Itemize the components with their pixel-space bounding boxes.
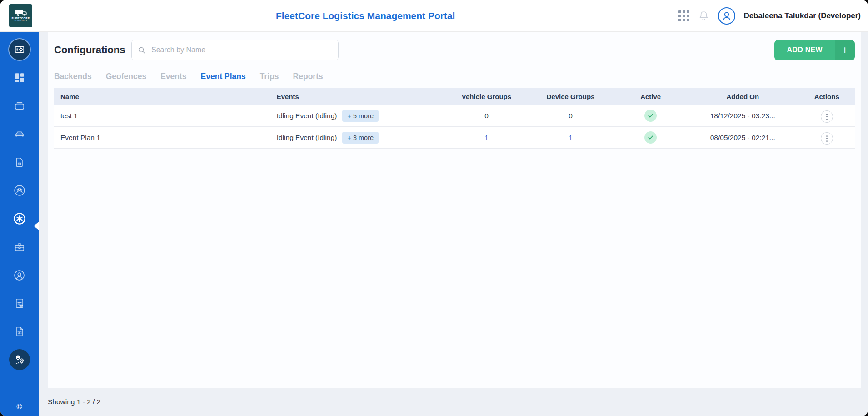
active-status xyxy=(614,131,687,144)
more-events-badge[interactable]: + 3 more xyxy=(342,132,379,144)
sidebar-item-vehicles[interactable] xyxy=(0,120,39,148)
copyright-icon: © xyxy=(16,402,22,411)
tab-reports[interactable]: Reports xyxy=(293,72,323,81)
add-new-button[interactable]: ADD NEW + xyxy=(774,40,855,60)
notifications-bell-icon[interactable] xyxy=(698,10,710,22)
row-actions xyxy=(799,130,855,145)
row-menu-icon[interactable] xyxy=(821,110,833,123)
sidebar-item-sim-cards[interactable] xyxy=(0,148,39,176)
sidebar-item-activity-logs[interactable] xyxy=(0,289,39,317)
sidebar-item-devices[interactable] xyxy=(0,92,39,120)
row-menu-icon[interactable] xyxy=(821,132,833,145)
page-title: Configurations xyxy=(54,44,125,56)
tab-events[interactable]: Events xyxy=(160,72,186,81)
col-header-actions: Actions xyxy=(799,93,855,100)
event-plans-table: Name Events Vehicle Groups Device Groups… xyxy=(54,88,855,149)
search-box xyxy=(131,40,339,60)
col-header-events: Events xyxy=(270,93,447,100)
content-area: Configurations ADD NEW + Backends Geofen… xyxy=(39,32,868,416)
table-header-row: Name Events Vehicle Groups Device Groups… xyxy=(54,88,855,105)
sidebar-item-reports[interactable] xyxy=(0,317,39,346)
toolbox-icon xyxy=(14,241,25,253)
page-header-title: FleetCore Logistics Management Portal xyxy=(276,10,455,21)
active-status xyxy=(614,110,687,122)
header-right-cluster: Debaleena Talukdar (Developer) xyxy=(678,7,861,25)
user-name-menu[interactable]: Debaleena Talukdar (Developer) xyxy=(743,11,861,20)
vehicle-groups-count: 0 xyxy=(446,112,526,120)
row-name: test 1 xyxy=(54,112,270,120)
col-header-vehicle-groups: Vehicle Groups xyxy=(446,93,526,100)
devices-icon xyxy=(14,100,25,112)
app-window: FLEETCORE LOGISTICS FleetCore Logistics … xyxy=(0,0,868,416)
vehicle-groups-link[interactable]: 1 xyxy=(446,134,526,142)
tab-event-plans[interactable]: Event Plans xyxy=(201,72,246,81)
sidebar-item-configurations[interactable] xyxy=(0,205,39,233)
added-on-date: 18/12/2025 - 03:23... xyxy=(687,112,799,120)
active-check-icon xyxy=(644,131,657,144)
search-icon xyxy=(137,45,146,55)
vehicle-car-icon xyxy=(14,128,25,140)
configurations-card: Configurations ADD NEW + Backends Geofen… xyxy=(48,32,861,388)
report-document-icon xyxy=(14,326,25,337)
sidebar-item-dashboard[interactable] xyxy=(0,64,39,92)
sim-card-icon xyxy=(14,156,25,168)
pagination-status: Showing 1 - 2 / 2 xyxy=(48,388,100,416)
table-row[interactable]: Event Plan 1 Idling Event (Idling) + 3 m… xyxy=(54,127,855,149)
truck-icon xyxy=(15,10,27,16)
sidebar-item-accounts[interactable] xyxy=(0,261,39,289)
search-input[interactable] xyxy=(150,45,333,55)
dashboard-icon xyxy=(14,72,25,84)
col-header-added-on: Added On xyxy=(687,93,799,100)
col-header-active: Active xyxy=(614,93,687,100)
page-head-row: Configurations ADD NEW + xyxy=(54,39,855,61)
added-on-date: 08/05/2025 - 02:21... xyxy=(687,134,799,142)
top-header: FLEETCORE LOGISTICS FleetCore Logistics … xyxy=(0,0,868,32)
row-name: Event Plan 1 xyxy=(54,134,270,142)
sidebar-item-trips[interactable] xyxy=(0,346,39,374)
plus-icon: + xyxy=(835,40,855,60)
row-events: Idling Event (Idling) + 3 more xyxy=(270,132,447,144)
control-panel-icon xyxy=(9,39,30,60)
sidebar-item-toolbox[interactable] xyxy=(0,233,39,261)
col-header-device-groups: Device Groups xyxy=(527,93,615,100)
trips-pins-icon xyxy=(9,349,30,370)
event-name: Idling Event (Idling) xyxy=(277,112,337,120)
add-new-label: ADD NEW xyxy=(774,40,835,60)
configurations-asterisk-icon xyxy=(13,212,26,226)
account-person-icon xyxy=(13,269,25,281)
more-events-badge[interactable]: + 5 more xyxy=(342,110,379,122)
device-groups-link[interactable]: 1 xyxy=(527,134,615,142)
tab-bar: Backends Geofences Events Event Plans Tr… xyxy=(54,72,855,81)
user-avatar-icon[interactable] xyxy=(718,7,735,25)
tab-backends[interactable]: Backends xyxy=(54,72,92,81)
active-item-marker xyxy=(34,222,39,230)
table-row[interactable]: test 1 Idling Event (Idling) + 5 more 0 … xyxy=(54,105,855,127)
active-check-icon xyxy=(644,110,657,122)
tab-trips[interactable]: Trips xyxy=(260,72,279,81)
sidebar-item-groups[interactable] xyxy=(0,176,39,205)
groups-icon xyxy=(13,184,26,197)
row-actions xyxy=(799,109,855,123)
document-eye-icon xyxy=(14,297,25,309)
sidebar-item-control-panel[interactable] xyxy=(0,35,39,64)
brand-logo[interactable]: FLEETCORE LOGISTICS xyxy=(9,4,32,27)
device-groups-count: 0 xyxy=(527,112,615,120)
tab-geofences[interactable]: Geofences xyxy=(106,72,146,81)
event-name: Idling Event (Idling) xyxy=(277,134,337,142)
apps-grid-icon[interactable] xyxy=(678,10,689,21)
col-header-name: Name xyxy=(54,93,270,100)
logo-text-line2: LOGISTICS xyxy=(15,20,27,22)
sidebar-nav: © xyxy=(0,32,39,416)
row-events: Idling Event (Idling) + 5 more xyxy=(270,110,447,122)
